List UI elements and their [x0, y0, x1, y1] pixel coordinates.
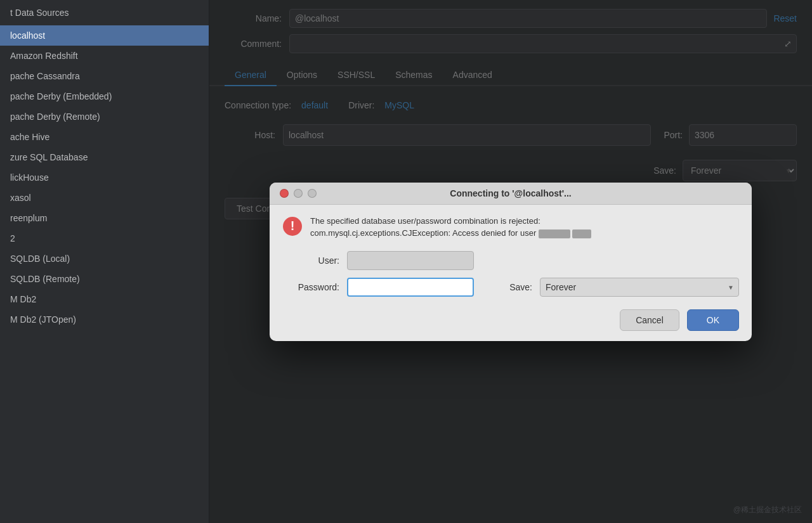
sidebar-item-apache-derby-embedded[interactable]: pache Derby (Embedded) [0, 86, 209, 107]
sidebar-item-apache-cassandra[interactable]: pache Cassandra [0, 66, 209, 86]
sidebar-item-exasol[interactable]: xasol [0, 188, 209, 208]
dialog-save-select[interactable]: Forever Until restart Never [540, 278, 739, 297]
dialog-password-label: Password: [282, 282, 339, 292]
window-close-button[interactable] [280, 189, 289, 198]
sidebar-item-apache-derby-remote[interactable]: pache Derby (Remote) [0, 107, 209, 127]
main-content: Name: Reset Comment: ⤢ General Options S… [209, 0, 812, 523]
sidebar-item-ibm-db2[interactable]: M Db2 [0, 289, 209, 309]
dialog-titlebar: Connecting to '@localhost'... [270, 183, 752, 205]
dialog: Connecting to '@localhost'... ! The spec… [270, 183, 752, 341]
dialog-title: Connecting to '@localhost'... [450, 188, 571, 198]
svg-text:!: ! [291, 219, 295, 233]
ok-button[interactable]: OK [687, 309, 739, 331]
redacted-user-block [539, 229, 570, 238]
redacted-at-block [572, 229, 591, 238]
window-minimize-button[interactable] [294, 189, 303, 198]
sidebar: t Data Sources localhost Amazon Redshift… [0, 0, 209, 523]
window-maximize-button[interactable] [308, 189, 317, 198]
sidebar-item-greenplum[interactable]: reenplum [0, 208, 209, 228]
sidebar-title: t Data Sources [0, 0, 209, 25]
sidebar-item-clickhouse[interactable]: lickHouse [0, 167, 209, 188]
app-container: t Data Sources localhost Amazon Redshift… [0, 0, 812, 523]
sidebar-item-mssql-remote[interactable]: SQLDB (Remote) [0, 269, 209, 289]
dialog-fields: User: Password: Save: Forever Until [282, 251, 739, 297]
password-input[interactable] [347, 278, 474, 297]
dialog-save-select-wrapper: Forever Until restart Never [540, 278, 739, 297]
cancel-button[interactable]: Cancel [620, 309, 679, 331]
error-icon: ! [282, 216, 303, 236]
user-input-redacted [347, 251, 474, 270]
error-row: ! The specified database user/password c… [282, 215, 739, 240]
sidebar-item-amazon-redshift[interactable]: Amazon Redshift [0, 46, 209, 66]
dialog-save-label: Save: [481, 282, 532, 292]
dialog-body: ! The specified database user/password c… [270, 205, 752, 341]
sidebar-item-apache-hive[interactable]: ache Hive [0, 127, 209, 147]
dialog-buttons: Cancel OK [282, 307, 739, 331]
sidebar-item-azure-sql[interactable]: zure SQL Database [0, 147, 209, 167]
sidebar-item-mssql-local[interactable]: SQLDB (Local) [0, 249, 209, 269]
user-input[interactable] [347, 251, 474, 270]
sidebar-item-ibm-db2-jt[interactable]: M Db2 (JTOpen) [0, 309, 209, 330]
error-text: The specified database user/password com… [310, 215, 591, 240]
dialog-user-label: User: [282, 255, 339, 266]
modal-overlay: Connecting to '@localhost'... ! The spec… [209, 0, 812, 523]
sidebar-item-h2[interactable]: 2 [0, 228, 209, 249]
sidebar-item-localhost[interactable]: localhost [0, 25, 209, 46]
